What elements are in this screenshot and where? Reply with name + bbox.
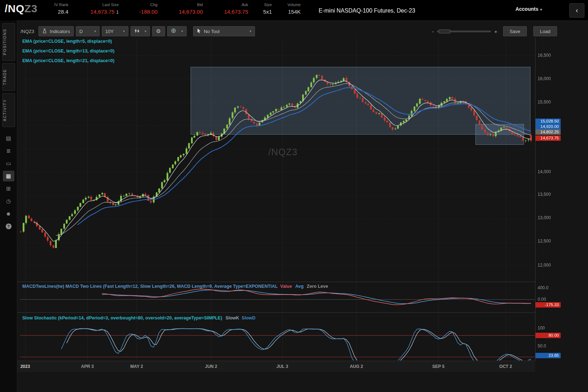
- quote-field-size: Size5x1: [256, 3, 272, 15]
- study-label-ema13[interactable]: EMA (price=CLOSE, length=13, displace=0): [22, 49, 114, 54]
- chevron-down-icon: ▾: [145, 29, 146, 33]
- quote-field-iv-rank: IV Rank28.4: [46, 3, 68, 15]
- left-sidebar: POSITIONSTRADEACTIVITY ▤≣▭▦⊞◷☻?: [0, 20, 17, 392]
- stoch-slowd-legend: SlowD: [242, 315, 255, 320]
- contract-description: E-mini NASDAQ-100 Futures, Dec-23: [319, 8, 415, 14]
- time-axis-label: JUN 2: [205, 364, 217, 369]
- chart-panel: /NQZ3 Indicators D ▾ 10Y ▾ ▾ ⚙ ▾ No Tool: [17, 20, 588, 392]
- notepad-icon[interactable]: ▤: [3, 133, 14, 144]
- time-axis-label: OCT 2: [499, 364, 512, 369]
- time-axis-label: JUL 3: [277, 364, 288, 369]
- study-label-ema5[interactable]: EMA (price=CLOSE, length=5, displace=0): [22, 39, 112, 44]
- time-axis-label: AUG 2: [350, 364, 363, 369]
- macd-avg-legend: Avg: [295, 284, 304, 289]
- history-clock-icon[interactable]: ◷: [3, 196, 14, 207]
- chart-grid-dropdown[interactable]: ▾: [167, 26, 187, 36]
- quote-field-last-size: Last Size14,673.751: [76, 3, 119, 15]
- time-axis-label: 2023: [20, 364, 30, 369]
- quote-fields: IV Rank28.4Last Size14,673.751Chg-188.00…: [46, 3, 309, 15]
- price-axis-badge: 14,673.75: [535, 135, 561, 141]
- price-axis-label: 15,500: [538, 100, 551, 105]
- drawing-tool-dropdown[interactable]: No Tool ▾: [193, 26, 255, 36]
- quote-field-ask: Ask14,673.75: [211, 3, 248, 15]
- stoch-axis-label: 100: [538, 326, 545, 331]
- timeframe-dropdown[interactable]: D ▾: [76, 26, 100, 36]
- macd-axis-label: 0.00: [538, 297, 546, 302]
- time-axis-label: MAY 2: [130, 364, 143, 369]
- price-axis-label: 16,000: [538, 76, 551, 81]
- sidebar-tab-activity[interactable]: ACTIVITY: [2, 93, 15, 127]
- symbol-title: /NQZ3: [5, 3, 37, 15]
- price-axis-label: 14,000: [538, 169, 551, 174]
- zoom-slider-handle[interactable]: [439, 29, 450, 33]
- candlestick-style-icon: [134, 28, 140, 34]
- chart-tools-icon[interactable]: ▦: [3, 171, 14, 181]
- chart-toolbar: /NQZ3 Indicators D ▾ 10Y ▾ ▾ ⚙ ▾ No Tool: [20, 25, 559, 37]
- price-chart-canvas[interactable]: [17, 21, 588, 392]
- price-axis-badge: 14,802.25: [535, 129, 561, 135]
- chevron-down-icon: ▾: [540, 8, 542, 11]
- flask-icon: [42, 28, 47, 34]
- chart-style-dropdown[interactable]: ▾: [131, 26, 150, 36]
- load-button[interactable]: Load: [533, 26, 557, 36]
- community-icon[interactable]: ☻: [3, 208, 14, 219]
- study-label-macd[interactable]: MACDTwoLines(tw) MACD Two Lines (Fast Le…: [22, 284, 328, 289]
- macd-value-legend: Value: [280, 284, 292, 289]
- accounts-dropdown[interactable]: Accounts▾: [515, 6, 542, 12]
- sidebar-icons: ▤≣▭▦⊞◷☻?: [0, 133, 17, 232]
- price-axis-badge: 15,028.50: [535, 119, 561, 124]
- quote-header: /NQZ3 IV Rank28.4Last Size14,673.751Chg-…: [0, 0, 588, 20]
- stoch-axis-badge: 23.85: [535, 353, 561, 358]
- sidebar-tab-trade[interactable]: TRADE: [2, 63, 15, 91]
- quote-field-chg: Chg-188.00: [127, 3, 158, 15]
- monitor-icon[interactable]: ▭: [3, 158, 14, 169]
- chevron-down-icon: ▾: [123, 29, 125, 33]
- gear-icon: ⚙: [156, 28, 161, 34]
- indicators-button[interactable]: Indicators: [38, 26, 73, 36]
- save-button[interactable]: Save: [503, 26, 527, 36]
- price-axis-label: 13,500: [538, 192, 551, 197]
- price-axis-label: 16,500: [538, 53, 551, 58]
- study-label-stochastic[interactable]: Slow Stochastic (kPeriod=14, dPeriod=3, …: [22, 315, 255, 320]
- macd-axis-label: 400.0: [538, 285, 548, 290]
- macd-axis-badge: -175.33: [535, 302, 561, 308]
- symbol-expiry: Z3: [24, 3, 37, 14]
- chart-settings-button[interactable]: ⚙: [152, 26, 165, 36]
- symbol-root: /NQ: [5, 3, 24, 14]
- collapse-panel-button[interactable]: ‹: [569, 3, 584, 18]
- time-axis: 2023APR 3MAY 2JUN 2JUL 3AUG 2SEP 5OCT 2: [17, 361, 535, 372]
- chevron-down-icon: ▾: [250, 29, 251, 33]
- zoom-out-label[interactable]: -: [432, 28, 434, 34]
- quote-field-volume: Volume154K: [280, 3, 301, 15]
- range-dropdown[interactable]: 10Y ▾: [102, 26, 128, 36]
- zoom-slider[interactable]: [437, 31, 491, 32]
- symbol-watermark: /NQZ3: [268, 147, 298, 158]
- chevron-left-icon: ‹: [576, 6, 578, 14]
- globe-grid-icon: [171, 28, 176, 34]
- watchlist-icon[interactable]: ≣: [3, 146, 14, 156]
- price-axis-label: 12,000: [538, 263, 551, 268]
- sidebar-tab-positions[interactable]: POSITIONS: [2, 23, 15, 61]
- chart-symbol-label: /NQZ3: [20, 29, 34, 34]
- chevron-down-icon: ▾: [94, 29, 96, 33]
- apps-grid-icon[interactable]: ⊞: [3, 183, 14, 194]
- zoom-in-label[interactable]: +: [494, 28, 497, 34]
- price-axis-label: 12,500: [538, 239, 551, 244]
- stoch-axis-badge: 80.00: [535, 333, 561, 338]
- price-axis-badge: 14,920.00: [535, 124, 561, 129]
- quote-field-bid: Bid14,673.00: [165, 3, 203, 15]
- macd-zero-legend: Zero Leve: [307, 284, 328, 289]
- time-axis-label: SEP 5: [432, 364, 445, 369]
- help-icon[interactable]: ?: [3, 221, 14, 232]
- time-axis-label: APR 3: [81, 364, 94, 369]
- stoch-slowk-legend: SlowK: [225, 315, 239, 320]
- cursor-icon: [197, 28, 201, 34]
- sidebar-tabs: POSITIONSTRADEACTIVITY: [0, 23, 17, 127]
- stoch-axis-label: 50.0: [538, 343, 546, 349]
- study-label-ema21[interactable]: EMA (price=CLOSE, length=21, displace=0): [22, 58, 114, 63]
- chevron-down-icon: ▾: [181, 29, 183, 33]
- price-axis-label: 13,000: [538, 215, 551, 220]
- zoom-control: - +: [432, 28, 497, 34]
